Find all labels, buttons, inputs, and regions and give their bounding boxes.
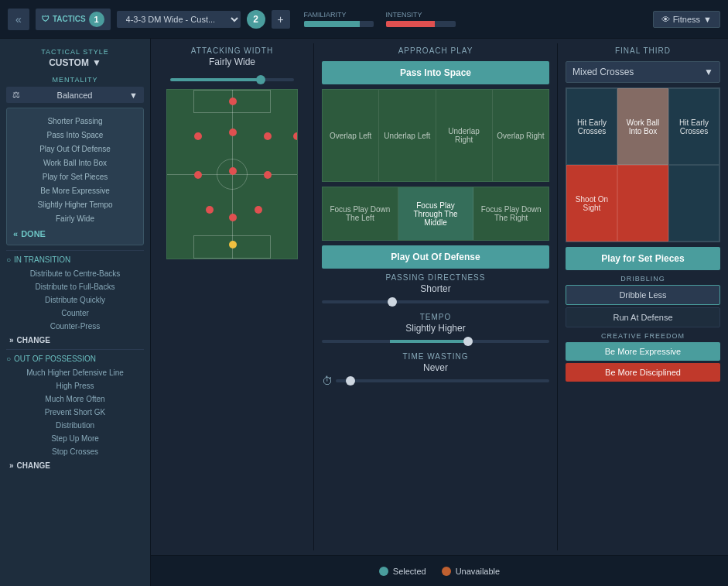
possession-item: Distribution bbox=[6, 419, 144, 432]
collapse-button[interactable]: « bbox=[8, 9, 29, 30]
possession-items: Much Higher Defensive Line High Press Mu… bbox=[6, 366, 144, 458]
possession-label: OUT OF POSSESSION bbox=[14, 355, 96, 363]
passing-directness-value: Shorter bbox=[322, 283, 549, 294]
mixed-crosses-dropdown[interactable]: Mixed Crosses ▼ bbox=[566, 61, 720, 83]
mentality-dropdown[interactable]: ⚖ Balanced ▼ bbox=[6, 87, 144, 103]
passing-directness-section: PASSING DIRECTNESS Shorter bbox=[322, 273, 549, 308]
familiarity-label: FAMILIARITY bbox=[304, 11, 374, 19]
be-more-expressive-button[interactable]: Be More Expressive bbox=[566, 342, 720, 361]
unavailable-legend: Unavailable bbox=[442, 567, 500, 576]
shoot-on-sight[interactable]: Shoot On Sight bbox=[566, 165, 617, 242]
transition-item: Distribute to Centre-Backs bbox=[6, 267, 144, 280]
tempo-title: TEMPO bbox=[322, 313, 549, 321]
underlap-right-option[interactable]: Underlap Right bbox=[436, 90, 493, 181]
time-wasting-section: TIME WASTING Never ⏱ bbox=[322, 352, 549, 387]
unavailable-label: Unavailable bbox=[456, 567, 500, 576]
done-chevron-icon: « bbox=[13, 229, 18, 238]
intensity-label: INTENSITY bbox=[386, 11, 456, 19]
done-button[interactable]: « DONE bbox=[13, 229, 46, 238]
pitch bbox=[166, 89, 298, 259]
selected-label: Selected bbox=[393, 567, 426, 576]
balanced-icon: ⚖ bbox=[12, 90, 20, 100]
selected-legend: Selected bbox=[379, 567, 426, 576]
dribble-less-button[interactable]: Dribble Less bbox=[566, 285, 720, 305]
possession-item: Stop Crosses bbox=[6, 445, 144, 458]
selected-dot bbox=[379, 567, 388, 576]
passing-directness-slider[interactable] bbox=[322, 300, 549, 303]
instruction-tempo: Slightly Higher Tempo bbox=[13, 198, 137, 212]
tempo-slider-row bbox=[322, 335, 549, 348]
possession-item: Prevent Short GK bbox=[6, 406, 144, 419]
hit-early-crosses-right[interactable]: Hit Early Crosses bbox=[668, 88, 719, 165]
focus-right-option[interactable]: Focus Play Down The Right bbox=[473, 187, 549, 240]
passing-directness-title: PASSING DIRECTNESS bbox=[322, 273, 549, 282]
overlap-right-option[interactable]: Overlap Right bbox=[493, 90, 549, 181]
creative-freedom-section: CREATIVE FREEDOM Be More Expressive Be M… bbox=[566, 332, 720, 382]
transition-change-label: CHANGE bbox=[17, 336, 50, 344]
approach-field-top: Overlap Left Underlap Left Underlap Righ… bbox=[322, 89, 549, 182]
circle-icon: ○ bbox=[6, 255, 11, 264]
be-more-disciplined-button[interactable]: Be More Disciplined bbox=[566, 363, 720, 382]
final-third-panel: FINAL THIRD Mixed Crosses ▼ Hit Early Cr… bbox=[558, 39, 728, 555]
play-set-pieces-button[interactable]: Play for Set Pieces bbox=[566, 247, 720, 270]
work-ball-into-box[interactable]: Work Ball Into Box bbox=[617, 88, 668, 165]
intensity-fill bbox=[386, 21, 435, 27]
panels-row: ATTACKING WIDTH Fairly Wide bbox=[151, 39, 728, 555]
transition-change-button[interactable]: » CHANGE bbox=[6, 336, 50, 344]
mixed-crosses-label: Mixed Crosses bbox=[572, 67, 634, 77]
tactics-num: 1 bbox=[89, 12, 104, 27]
top-bar: « 🛡 TACTICS 1 4-3-3 DM Wide - Cust... 2 … bbox=[0, 0, 728, 39]
width-slider-container bbox=[170, 74, 294, 83]
fitness-button[interactable]: 👁 Fitness ▼ bbox=[653, 11, 720, 28]
pass-into-space-button[interactable]: Pass Into Space bbox=[322, 61, 549, 84]
formation-select[interactable]: 4-3-3 DM Wide - Cust... bbox=[117, 11, 241, 28]
chevron-down-icon: ▼ bbox=[703, 15, 712, 24]
possession-change-label: CHANGE bbox=[17, 461, 50, 470]
chevron-right-icon: » bbox=[9, 461, 14, 470]
attacking-width-title: ATTACKING WIDTH bbox=[191, 46, 273, 55]
fitness-label: Fitness bbox=[673, 15, 700, 24]
possession-item: Step Up More bbox=[6, 432, 144, 445]
hit-early-crosses-left[interactable]: Hit Early Crosses bbox=[566, 88, 617, 165]
attacking-width-value: Fairly Wide bbox=[209, 57, 255, 67]
run-at-defense-button[interactable]: Run At Defense bbox=[566, 307, 720, 327]
chevron-down-icon: ▼ bbox=[92, 57, 101, 68]
possession-item: Much More Often bbox=[6, 392, 144, 406]
transition-label: IN TRANSITION bbox=[14, 255, 70, 264]
time-wasting-title: TIME WASTING bbox=[322, 352, 549, 361]
attacking-width-slider[interactable] bbox=[170, 78, 294, 81]
transition-items: Distribute to Centre-Backs Distribute to… bbox=[6, 267, 144, 333]
possession-header: ○ OUT OF POSSESSION bbox=[6, 355, 144, 363]
time-wasting-slider[interactable] bbox=[336, 379, 549, 382]
collapse-icon: « bbox=[15, 13, 22, 26]
add-slot-button[interactable]: + bbox=[272, 10, 290, 29]
intensity-bar bbox=[386, 21, 456, 27]
dribbling-label: DRIBBLING bbox=[566, 275, 720, 283]
approach-panel: APPROACH PLAY Pass Into Space Overlap Le… bbox=[314, 39, 557, 555]
mentality-section: MENTALITY ⚖ Balanced ▼ bbox=[6, 76, 144, 103]
play-out-defense-button[interactable]: Play Out Of Defense bbox=[322, 245, 549, 269]
mentality-label: MENTALITY bbox=[6, 76, 144, 84]
unavailable-dot bbox=[442, 567, 451, 576]
final-third-field: Hit Early Crosses Work Ball Into Box Hit… bbox=[566, 87, 720, 242]
overlap-left-option[interactable]: Overlap Left bbox=[323, 90, 379, 181]
instruction-shorter-passing: Shorter Passing bbox=[13, 115, 137, 129]
transition-item: Distribute to Full-Backs bbox=[6, 280, 144, 293]
instruction-set-pieces: Play for Set Pieces bbox=[13, 170, 137, 184]
focus-middle-option[interactable]: Focus Play Through The Middle bbox=[398, 187, 474, 240]
tactics-label: TACTICS bbox=[53, 15, 86, 23]
transition-item: Counter-Press bbox=[6, 320, 144, 333]
custom-dropdown[interactable]: CUSTOM ▼ bbox=[6, 57, 144, 68]
tempo-slider[interactable] bbox=[322, 340, 549, 343]
approach-field-bottom: Focus Play Down The Left Focus Play Thro… bbox=[322, 187, 549, 241]
familiarity-item: FAMILIARITY bbox=[304, 11, 374, 27]
approach-play-title: APPROACH PLAY bbox=[322, 46, 549, 55]
underlap-left-option[interactable]: Underlap Left bbox=[379, 90, 436, 181]
sidebar: TACTICAL STYLE CUSTOM ▼ MENTALITY ⚖ Bala… bbox=[0, 39, 151, 586]
time-wasting-slider-row: ⏱ bbox=[322, 375, 549, 387]
possession-change-button[interactable]: » CHANGE bbox=[6, 461, 50, 470]
transition-item: Counter bbox=[6, 307, 144, 320]
shield-icon: 🛡 bbox=[42, 15, 50, 23]
instruction-work-ball: Work Ball Into Box bbox=[13, 156, 137, 170]
focus-left-option[interactable]: Focus Play Down The Left bbox=[323, 187, 398, 240]
